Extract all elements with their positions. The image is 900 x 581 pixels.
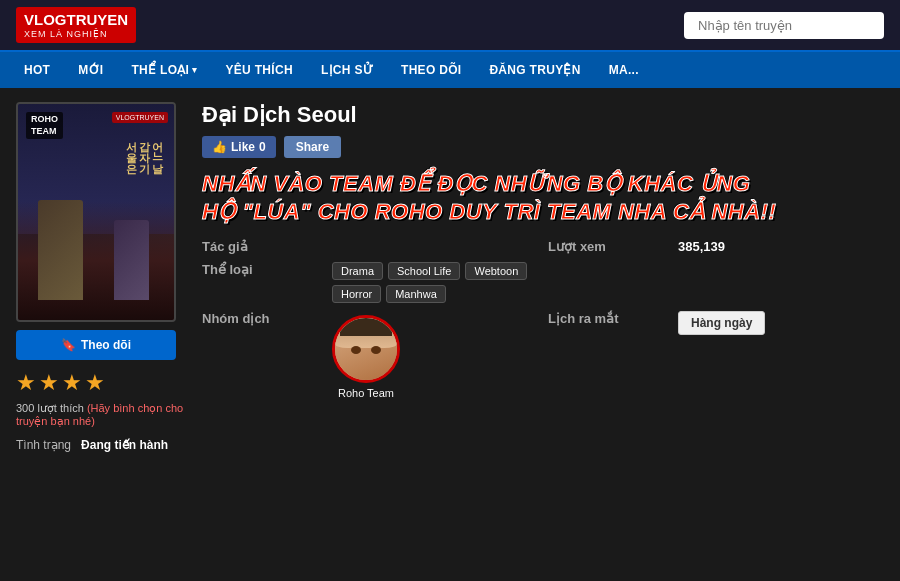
nav-item-theloai[interactable]: THỂ LOẠI ▾ [117, 52, 211, 88]
site-logo[interactable]: VLOGTRUYEN XEM LÀ NGHIỆN [16, 7, 136, 44]
star-1[interactable]: ★ [16, 370, 36, 396]
nav-item-moi[interactable]: MỚI [64, 52, 117, 88]
bookmark-icon: 🔖 [61, 338, 76, 352]
overlay-text: NHẤN VÀO TEAM ĐỂ ĐỌC NHỮNG BỘ KHÁC ỦNG H… [202, 170, 884, 225]
genre-tags: Drama School Life Webtoon Horror Manhwa [332, 262, 538, 303]
release-value: Hàng ngày [678, 311, 765, 335]
right-column: Đại Dịch Seoul 👍 Like 0 Share NHẤN VÀO T… [202, 102, 884, 452]
cover-vlog-label: VLOGTRUYEN [112, 112, 168, 123]
like-button[interactable]: 👍 Like 0 [202, 136, 276, 158]
logo-area: VLOGTRUYEN XEM LÀ NGHIỆN [16, 7, 136, 44]
nav-item-dangtruyen[interactable]: ĐĂNG TRUYỆN [475, 52, 594, 88]
chevron-down-icon: ▾ [192, 65, 197, 75]
status-value: Đang tiến hành [81, 438, 168, 452]
team-avatar [332, 315, 400, 383]
star-3[interactable]: ★ [62, 370, 82, 396]
cover-art: 어느날갑자기서울은 ROHOTEAM VLOGTRUYEN [18, 104, 174, 320]
avatar-inner [335, 318, 397, 380]
author-label: Tác giả [202, 239, 322, 254]
star-2[interactable]: ★ [39, 370, 59, 396]
group-info: Roho Team [332, 311, 538, 399]
manga-cover: 어느날갑자기서울은 ROHOTEAM VLOGTRUYEN [16, 102, 176, 322]
left-column: 어느날갑자기서울은 ROHOTEAM VLOGTRUYEN 🔖 Theo dõi… [16, 102, 186, 452]
tag-webtoon[interactable]: Webtoon [465, 262, 527, 280]
manga-title: Đại Dịch Seoul [202, 102, 884, 128]
release-label: Lịch ra mắt [548, 311, 668, 326]
nav-item-hot[interactable]: HOT [10, 52, 64, 88]
search-input[interactable] [684, 12, 884, 39]
views-value: 385,139 [678, 239, 884, 254]
nav-bar: HOT MỚI THỂ LOẠI ▾ YÊU THÍCH LỊCH SỬ THE… [0, 52, 900, 88]
thumbs-up-icon: 👍 [212, 140, 227, 154]
team-name: Roho Team [338, 387, 394, 399]
star-rating: ★ ★ ★ ★ [16, 370, 186, 396]
nav-item-yeuthich[interactable]: YÊU THÍCH [212, 52, 307, 88]
nav-item-lichsu[interactable]: LỊCH SỬ [307, 52, 387, 88]
cover-roho-label: ROHOTEAM [26, 112, 63, 139]
header: VLOGTRUYEN XEM LÀ NGHIỆN [0, 0, 900, 52]
views-label: Lượt xem [548, 239, 668, 254]
release-value-wrap: Hàng ngày [678, 311, 884, 335]
tag-horror[interactable]: Horror [332, 285, 381, 303]
share-button[interactable]: Share [284, 136, 341, 158]
action-row: 👍 Like 0 Share [202, 136, 884, 158]
star-4[interactable]: ★ [85, 370, 105, 396]
avatar-eye-left [351, 346, 361, 354]
follow-button[interactable]: 🔖 Theo dõi [16, 330, 176, 360]
group-label: Nhóm dịch [202, 311, 322, 326]
likes-count: 300 lượt thích (Hãy bình chọn cho truyện… [16, 402, 186, 428]
avatar-eye-right [371, 346, 381, 354]
genre-label: Thể loại [202, 262, 322, 277]
info-table: Tác giả Lượt xem 385,139 Thể loại Drama … [202, 239, 884, 399]
tag-drama[interactable]: Drama [332, 262, 383, 280]
nhom-row: Roho Team [332, 315, 538, 399]
nav-item-more[interactable]: MA... [595, 52, 653, 88]
tag-manhwa[interactable]: Manhwa [386, 285, 446, 303]
status-row: Tình trạng Đang tiến hành [16, 438, 186, 452]
nav-item-theodoi[interactable]: THEO DÕI [387, 52, 475, 88]
cover-korean-title: 어느날갑자기서울은 [124, 134, 164, 167]
tag-school[interactable]: School Life [388, 262, 460, 280]
team-avatar-wrap[interactable]: Roho Team [332, 315, 400, 399]
main-content: 어느날갑자기서울은 ROHOTEAM VLOGTRUYEN 🔖 Theo dõi… [0, 88, 900, 466]
